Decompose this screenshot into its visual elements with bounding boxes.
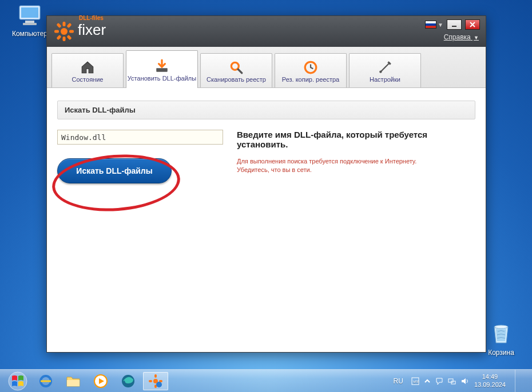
tab-status[interactable]: Состояние (51, 53, 124, 87)
tab-label: Настройки (370, 76, 400, 83)
help-menu[interactable]: Справка ▼ (444, 33, 479, 41)
download-icon (154, 59, 169, 74)
chevron-down-icon: ▼ (474, 35, 479, 41)
recycle-bin-icon (489, 321, 514, 346)
svg-rect-25 (154, 374, 157, 378)
warning-line-1: Для выполнения поиска требуется подключе… (237, 157, 475, 166)
svg-rect-10 (56, 23, 61, 28)
svg-rect-7 (63, 37, 66, 41)
instruction-heading: Введите имя DLL-файла, который требуется… (237, 130, 475, 149)
app-window: DLL-files fixer ▼ Справка ▼ Состояние (46, 15, 486, 353)
volume-icon[interactable] (460, 377, 469, 385)
desktop-icon-computer[interactable]: Компьютер (9, 5, 50, 38)
windows-logo-icon (8, 371, 27, 391)
svg-rect-8 (54, 30, 59, 33)
svg-rect-6 (63, 22, 66, 26)
folder-icon (66, 375, 81, 387)
flag-russia-icon (425, 21, 436, 29)
warning-line-2: Убедитесь, что вы в сети. (237, 166, 475, 174)
tab-label: Рез. копир. реестра (282, 76, 339, 83)
svg-rect-32 (448, 379, 453, 382)
svg-rect-21 (67, 380, 80, 386)
svg-text:vm: vm (413, 379, 419, 384)
svg-rect-12 (66, 23, 72, 28)
ie-icon (38, 374, 53, 389)
language-flag-button[interactable]: ▼ (425, 21, 443, 29)
taskbar: RU vm 14:49 13.09.2024 (0, 369, 532, 392)
play-icon (93, 374, 108, 389)
help-label: Справка (444, 33, 471, 41)
titlebar[interactable]: DLL-files fixer ▼ Справка ▼ (47, 16, 486, 47)
tab-install-dll[interactable]: Установить DLL-файлы (126, 50, 198, 88)
taskbar-item-edge[interactable] (116, 372, 141, 390)
gear-icon (54, 21, 74, 42)
close-button[interactable] (465, 19, 480, 30)
minimize-icon (451, 22, 457, 27)
chevron-up-icon[interactable] (424, 378, 431, 385)
svg-point-19 (9, 372, 27, 390)
chevron-down-icon: ▼ (438, 22, 443, 28)
svg-point-5 (61, 28, 68, 35)
taskbar-clock[interactable]: 14:49 13.09.2024 (474, 373, 506, 388)
action-center-icon[interactable] (435, 377, 443, 385)
svg-rect-3 (23, 23, 37, 25)
brand-name: fixer (78, 21, 106, 38)
brand-superscript: DLL-files (79, 15, 104, 21)
svg-point-18 (379, 70, 382, 73)
tab-scan-registry[interactable]: Сканировать реестр (200, 53, 272, 87)
svg-rect-11 (66, 35, 72, 40)
content-area: Искать DLL-файлы Искать DLL-файлы Введит… (47, 88, 486, 196)
taskbar-item-dll-fixer[interactable] (143, 372, 168, 390)
dll-search-input[interactable] (57, 130, 223, 145)
home-icon (80, 60, 95, 75)
svg-rect-27 (149, 380, 152, 382)
tab-backup-registry[interactable]: Рез. копир. реестра (275, 53, 347, 87)
tools-icon (378, 60, 392, 75)
vm-icon[interactable]: vm (411, 377, 419, 385)
language-indicator[interactable]: RU (394, 377, 403, 385)
clock-restore-icon (303, 60, 318, 75)
taskbar-item-ie[interactable] (33, 372, 58, 390)
search-dll-button[interactable]: Искать DLL-файлы (57, 158, 172, 183)
desktop-icon-computer-label: Компьютер (9, 30, 50, 38)
tabs-strip: Состояние Установить DLL-файлы Сканирова… (47, 47, 486, 88)
system-tray: RU vm 14:49 13.09.2024 (394, 370, 527, 393)
section-heading: Искать DLL-файлы (57, 101, 475, 119)
taskbar-item-media-player[interactable] (88, 372, 113, 390)
edge-icon (121, 374, 136, 389)
network-icon[interactable] (448, 377, 456, 385)
tab-label: Сканировать реестр (207, 76, 266, 83)
desktop-icon-recycle-bin[interactable]: Корзина (481, 321, 522, 357)
magnifier-icon (229, 60, 244, 75)
tab-label: Состояние (72, 76, 104, 83)
desktop-icon-recycle-bin-label: Корзина (481, 349, 522, 357)
svg-point-29 (156, 382, 162, 387)
svg-rect-2 (25, 21, 34, 23)
clock-date: 13.09.2024 (474, 381, 506, 389)
svg-rect-9 (69, 30, 74, 33)
gear-icon (148, 374, 163, 389)
svg-rect-1 (21, 7, 38, 18)
taskbar-item-explorer[interactable] (61, 372, 86, 390)
close-icon (470, 22, 475, 27)
start-button[interactable] (5, 371, 31, 391)
app-logo: DLL-files fixer (54, 19, 106, 44)
svg-rect-13 (56, 35, 61, 40)
show-desktop-button[interactable] (515, 370, 523, 393)
tab-settings[interactable]: Настройки (349, 53, 421, 87)
svg-point-4 (494, 325, 508, 329)
clock-time: 14:49 (474, 373, 506, 381)
computer-icon (17, 5, 42, 27)
svg-rect-14 (452, 26, 456, 27)
minimize-button[interactable] (447, 19, 462, 30)
svg-rect-15 (156, 68, 168, 72)
tab-label: Установить DLL-файлы (128, 75, 196, 82)
